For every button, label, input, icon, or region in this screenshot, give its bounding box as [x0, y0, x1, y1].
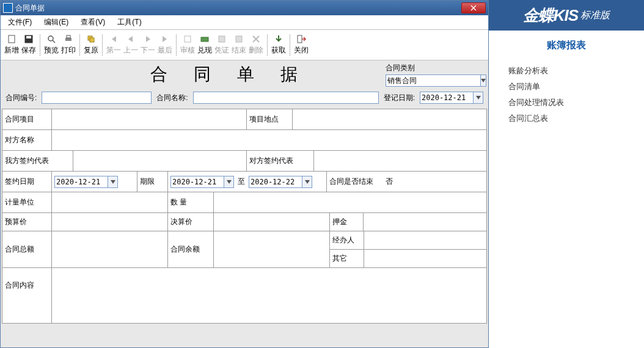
toolbar-close[interactable]: 关闭	[293, 33, 310, 57]
field-deposit-value[interactable]	[363, 213, 486, 231]
field-final-value[interactable]	[213, 213, 329, 231]
toolbar-print[interactable]: 打印	[60, 33, 77, 57]
field-deadline-label: 期限	[137, 172, 167, 192]
field-location-label: 项目地点	[246, 109, 292, 129]
content-area: 合 同 单 据 合同类别 合同编号: 合同名称: 登记日期:	[1, 60, 488, 347]
fetch-icon	[274, 34, 284, 44]
svg-rect-5	[65, 38, 71, 41]
field-finished-value: 否	[386, 176, 393, 187]
contract-no-input[interactable]	[42, 92, 152, 104]
menu-view[interactable]: 查看(V)	[78, 16, 108, 29]
field-handler-label: 经办人	[330, 231, 364, 249]
register-date-input[interactable]	[420, 92, 474, 104]
deadline-end-dropdown[interactable]	[302, 176, 312, 188]
field-handler-value[interactable]	[364, 231, 486, 249]
svg-rect-2	[26, 36, 31, 38]
register-date-label: 登记日期:	[384, 93, 415, 103]
field-quantity-label: 数 量	[167, 192, 213, 212]
svg-rect-10	[201, 37, 208, 42]
toolbar-delete[interactable]: 删除	[247, 33, 265, 57]
field-other-label: 其它	[330, 250, 364, 267]
deadline-cell: 至	[167, 172, 326, 192]
brand-edition: 标准版	[580, 9, 610, 22]
sign-date-cell	[51, 172, 137, 192]
first-icon	[109, 34, 119, 44]
window-title: 合同单据	[15, 3, 461, 13]
close-button[interactable]	[461, 2, 486, 13]
toolbar-new[interactable]: 新增	[3, 33, 20, 57]
last-icon	[160, 34, 170, 44]
voucher-icon	[217, 34, 227, 44]
restore-icon	[86, 34, 96, 44]
svg-rect-13	[298, 35, 302, 43]
field-budget-label: 预算价	[2, 213, 51, 231]
svg-rect-11	[219, 36, 225, 42]
deadline-end-input[interactable]	[249, 176, 302, 188]
menu-file[interactable]: 文件(F)	[5, 16, 34, 29]
section-title: 账簿报表	[489, 31, 644, 60]
field-balance-value[interactable]	[213, 231, 329, 267]
save-icon	[24, 34, 34, 44]
field-budget-value[interactable]	[51, 213, 167, 231]
category-dropdown[interactable]	[481, 74, 486, 87]
menu-edit[interactable]: 编辑(E)	[42, 16, 71, 29]
toolbar-next[interactable]: 下一	[139, 33, 156, 57]
svg-rect-12	[236, 36, 242, 42]
toolbar-fetch[interactable]: 获取	[270, 33, 287, 57]
toolbar-finish[interactable]: 结束	[230, 33, 247, 57]
deadline-start-input[interactable]	[170, 176, 224, 188]
sign-date-input[interactable]	[54, 176, 108, 188]
field-project-value[interactable]	[51, 109, 246, 129]
toolbar-preview[interactable]: 预览	[43, 33, 60, 57]
side-panel: 金蝶KIS 标准版 账簿报表 账龄分析表 合同清单 合同处理情况表 合同汇总表	[489, 0, 644, 348]
brand-header: 金蝶KIS 标准版	[489, 0, 644, 31]
toolbar-audit[interactable]: 审核	[179, 33, 196, 57]
field-content-value[interactable]	[51, 268, 486, 323]
field-unit-value[interactable]	[51, 192, 167, 212]
nav-list: 账龄分析表 合同清单 合同处理情况表 合同汇总表	[489, 60, 644, 129]
finish-icon	[234, 34, 244, 44]
print-icon	[64, 34, 73, 44]
field-project-label: 合同项目	[2, 109, 51, 129]
field-location-value[interactable]	[292, 109, 487, 129]
toolbar-first[interactable]: 第一	[105, 33, 122, 57]
nav-item-aging[interactable]: 账龄分析表	[508, 63, 624, 79]
nav-item-summary[interactable]: 合同汇总表	[508, 111, 624, 126]
field-quantity-value[interactable]	[213, 192, 486, 212]
field-other-value[interactable]	[364, 250, 486, 267]
nav-item-status[interactable]: 合同处理情况表	[508, 95, 624, 111]
toolbar-restore[interactable]: 复原	[82, 33, 100, 57]
toolbar-save[interactable]: 保存	[20, 33, 37, 57]
contract-name-input[interactable]	[193, 92, 379, 104]
next-icon	[143, 34, 153, 44]
deadline-start-dropdown[interactable]	[224, 176, 234, 188]
field-deposit-label: 押金	[329, 213, 363, 231]
nav-item-list[interactable]: 合同清单	[508, 79, 624, 95]
toolbar-prev[interactable]: 上一	[122, 33, 139, 57]
menu-tools[interactable]: 工具(T)	[115, 16, 144, 29]
field-their-signer-value[interactable]	[313, 151, 487, 171]
svg-rect-6	[67, 35, 70, 38]
toolbar-voucher[interactable]: 凭证	[213, 33, 230, 57]
titlebar: 合同单据	[1, 1, 488, 15]
register-date-dropdown[interactable]	[474, 92, 483, 104]
contract-no-label: 合同编号:	[5, 93, 37, 103]
field-balance-label: 合同余额	[167, 231, 213, 267]
field-counterparty-value[interactable]	[51, 130, 486, 150]
field-content-label: 合同内容	[2, 268, 51, 323]
toolbar: 新增 保存 预览 打印 复原 第一	[1, 30, 488, 60]
toolbar-last[interactable]: 最后	[156, 33, 174, 57]
cash-icon	[200, 34, 210, 44]
category-select[interactable]	[386, 74, 481, 87]
field-our-signer-value[interactable]	[73, 151, 246, 171]
field-total-label: 合同总额	[2, 231, 51, 267]
prev-icon	[126, 34, 136, 44]
sign-date-dropdown[interactable]	[108, 176, 118, 188]
form-grid: 合同项目 项目地点 对方名称 我方签约代表 对方签约代表	[2, 109, 487, 324]
field-our-signer-label: 我方签约代表	[2, 151, 73, 171]
field-total-value[interactable]	[51, 231, 167, 267]
toolbar-cash[interactable]: 兑现	[196, 33, 213, 57]
preview-icon	[46, 34, 56, 44]
svg-rect-9	[185, 36, 191, 42]
svg-line-4	[53, 40, 55, 43]
